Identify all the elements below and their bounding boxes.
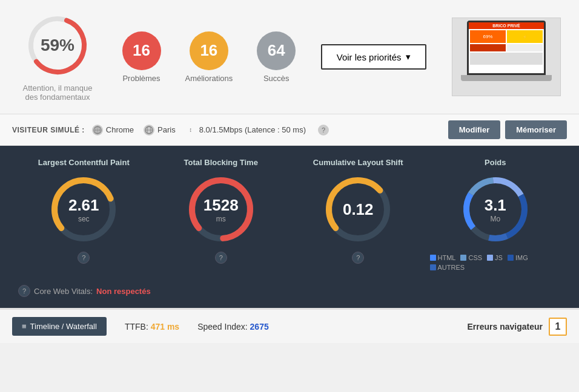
errors-section: Erreurs navigateur 1 — [468, 318, 567, 336]
metrics-badges: 16 Problèmes 16 Améliorations 64 Succès — [122, 31, 296, 83]
laptop-mockup: BRICO PRIVÉ 69% ⚡ — [455, 21, 558, 93]
memorise-button[interactable]: Mémoriser — [505, 120, 567, 139]
weight-card: Poids 3.1 Mo — [430, 158, 561, 271]
browser-icon — [92, 125, 103, 136]
speed-icon: ↕ — [185, 125, 196, 136]
visitor-bar: VISITEUR SIMULÉ : Chrome Paris ↕ 8.0/1.5… — [0, 114, 579, 146]
core-vitals-label: Core Web Vitals: — [34, 287, 93, 296]
tbt-donut: 1528 ms — [185, 173, 257, 246]
legend-css: CSS — [460, 254, 482, 261]
js-dot — [487, 255, 493, 261]
cls-card: Cumulative Layout Shift 0.12 ? — [293, 158, 424, 271]
lcp-card: Largest Contentful Paint 2.61 sec ? — [18, 158, 150, 271]
success-label: Succès — [263, 74, 290, 83]
core-vitals-status: Non respectés — [96, 287, 151, 296]
metric-problems: 16 Problèmes — [122, 31, 161, 83]
priorities-button[interactable]: Voir les priorités ▾ — [321, 44, 427, 70]
ttfb-value: 471 ms — [151, 322, 179, 332]
website-screenshot: BRICO PRIVÉ 69% ⚡ — [452, 18, 561, 96]
metrics-grid: Largest Contentful Paint 2.61 sec ? Tota… — [18, 158, 561, 271]
ttfb-stat: TTFB: 471 ms — [125, 322, 179, 332]
visitor-actions: Modifier Mémoriser — [448, 120, 567, 139]
weight-value: 3.1 Mo — [485, 196, 506, 223]
location-name: Paris — [157, 125, 176, 134]
weight-donut: 3.1 Mo — [459, 173, 532, 246]
css-dot — [460, 255, 466, 261]
visitor-label: VISITEUR SIMULÉ : — [12, 126, 85, 134]
legend-img: IMG — [508, 254, 528, 261]
legend-js: JS — [487, 254, 503, 261]
cls-title: Cumulative Layout Shift — [313, 158, 403, 167]
weight-title: Poids — [485, 158, 506, 167]
browser-name: Chrome — [106, 125, 134, 134]
speed-index-stat: Speed Index: 2675 — [197, 322, 269, 332]
improvements-badge: 16 — [190, 31, 228, 70]
problems-badge: 16 — [122, 31, 161, 70]
lcp-value: 2.61 sec — [68, 196, 99, 223]
core-vitals: ? Core Web Vitals: Non respectés — [18, 280, 561, 302]
img-dot — [508, 255, 514, 261]
html-dot — [430, 255, 436, 261]
laptop-screen: BRICO PRIVÉ 69% ⚡ — [467, 21, 546, 75]
modify-button[interactable]: Modifier — [448, 120, 501, 139]
top-section: 59% Attention, il manque des fondamentau… — [0, 0, 579, 114]
timeline-button[interactable]: ≡ Timeline / Waterfall — [12, 317, 107, 336]
speed-index-value: 2675 — [250, 322, 269, 332]
cls-help[interactable]: ? — [352, 252, 364, 264]
core-vitals-help[interactable]: ? — [18, 285, 30, 297]
errors-label: Erreurs navigateur — [468, 322, 543, 332]
metric-improvements: 16 Améliorations — [185, 31, 233, 83]
timeline-icon: ≡ — [22, 322, 27, 331]
legend-autres: AUTRES — [430, 264, 465, 271]
lcp-help[interactable]: ? — [78, 252, 90, 264]
bottom-bar: ≡ Timeline / Waterfall TTFB: 471 ms Spee… — [0, 308, 579, 343]
cls-value: 0.12 — [343, 200, 374, 219]
tbt-card: Total Blocking Time 1528 ms ? — [156, 158, 287, 271]
weight-legend: HTML CSS JS IMG AUTRES — [430, 254, 561, 271]
tbt-title: Total Blocking Time — [184, 158, 258, 167]
speed-value: 8.0/1.5Mbps (Latence : 50 ms) — [199, 125, 306, 134]
visitor-browser: Chrome — [92, 125, 134, 136]
metrics-section: Largest Contentful Paint 2.61 sec ? Tota… — [0, 146, 579, 308]
autres-dot — [430, 264, 436, 270]
help-icon[interactable]: ? — [318, 125, 329, 136]
errors-count: 1 — [549, 318, 567, 336]
problems-label: Problèmes — [122, 74, 160, 83]
metric-success: 64 Succès — [257, 31, 296, 83]
score-value: 59% — [41, 36, 74, 55]
visitor-location: Paris — [144, 125, 176, 136]
location-icon — [144, 125, 154, 136]
success-badge: 64 — [257, 31, 296, 70]
tbt-value: 1528 ms — [203, 196, 239, 223]
score-circle: 59% — [24, 12, 91, 79]
score-container: 59% Attention, il manque des fondamentau… — [18, 12, 97, 102]
legend-html: HTML — [430, 254, 456, 261]
improvements-label: Améliorations — [185, 74, 233, 83]
lcp-title: Largest Contentful Paint — [38, 158, 130, 167]
chevron-down-icon: ▾ — [406, 51, 411, 62]
tbt-help[interactable]: ? — [215, 252, 227, 264]
cls-donut: 0.12 — [322, 173, 394, 246]
visitor-speed: ↕ 8.0/1.5Mbps (Latence : 50 ms) — [185, 125, 306, 136]
lcp-donut: 2.61 sec — [47, 173, 120, 246]
